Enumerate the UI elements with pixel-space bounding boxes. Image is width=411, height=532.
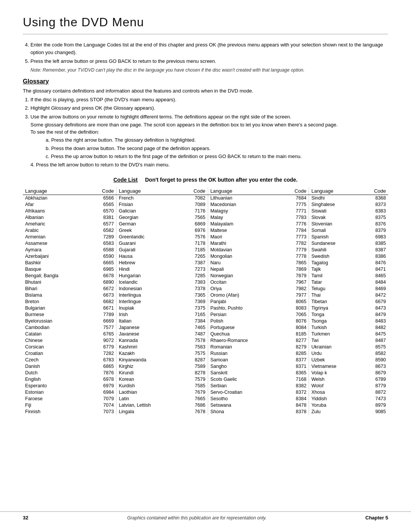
glossary-step4: 4. Press the left arrow button to return… [30,162,388,168]
lang-cell: Sanskrit [208,370,280,376]
lang-cell: Bengali; Bangla [23,273,88,279]
code-cell: 6869 [179,221,208,227]
col-header-lang1: Language [23,187,88,195]
code-cell: 6765 [88,331,116,337]
code-cell: 6577 [88,221,116,227]
code-cell: 8287 [179,357,208,363]
lang-cell: Bulgarian [23,305,88,312]
lang-cell: Malay [208,214,280,221]
lang-cell: Hebrew [116,260,180,266]
footer-page-number: 32 [23,515,28,521]
code-cell: 8382 [280,383,309,389]
glossary-step-2: Highlight Glossary and press OK (the Glo… [30,104,388,112]
lang-cell: Turkmen [309,331,360,337]
table-row: Aymara6588Gujarati7185Moldavian7779Swahi… [23,247,388,253]
code-cell: 7383 [179,279,208,286]
lang-cell: Shona [208,409,280,415]
code-table-wrapper: Language Code Language Code Language Cod… [23,187,388,415]
code-cell: 7583 [179,344,208,350]
footer-chapter: Chapter 5 [365,515,388,521]
code-cell: 6582 [88,227,116,234]
code-cell: 7384 [179,318,208,324]
lang-cell: Arabic [23,227,88,234]
lang-cell: Mongolian [208,253,280,260]
code-cell: 7176 [179,208,208,214]
lang-cell: Latvian, Lettish [116,402,180,409]
code-cell: 7982 [280,286,309,292]
code-cell: 7079 [88,396,116,402]
lang-cell: Servo-Croatian [208,389,280,396]
code-list-note: Don't forget to press the OK button afte… [145,177,298,183]
glossary-step3-see: To see the rest of the definition: [30,129,388,135]
code-cell: 7165 [179,312,208,318]
code-cell: 8381 [88,214,116,221]
lang-cell: Cambodian [23,324,88,331]
title-divider [23,34,388,34]
lang-cell: Kannada [116,337,180,344]
code-cell: 6673 [88,292,116,299]
code-table-body: Abkhazian6566French7082Lithuanian7684Sin… [23,195,388,415]
table-row: Afrikaans6570Galician7176Malagsy7771Sisw… [23,208,388,214]
lang-cell: Yoruba [309,402,360,409]
code-cell: 7879 [280,273,309,279]
code-cell: 8872 [360,389,388,396]
lang-cell: Maori [208,234,280,240]
lang-cell: Siswati [309,208,360,214]
table-row: Azerbaijani6590Hausa7265Mongolian7778Swe… [23,253,388,260]
col-header-code1: Code [88,187,116,195]
table-row: Bislama6673Interlingua7365Oromo (Afan)79… [23,292,388,299]
lang-cell: Assamese [23,240,88,247]
lang-cell: Irish [116,312,180,318]
code-cell: 7784 [280,227,309,234]
code-cell: 6789 [360,376,388,383]
table-row: Burmese7789Irish7165Persian7065Tonga8479 [23,312,388,318]
lang-cell: Oriya [208,286,280,292]
lang-cell: Occitan [208,279,280,286]
code-cell: 7665 [179,396,208,402]
code-cell: 9072 [88,337,116,344]
code-cell: 8779 [360,383,388,389]
code-cell: 8277 [280,337,309,344]
code-cell: 7565 [179,214,208,221]
col-header-lang2: Language [116,187,180,195]
code-cell: 7369 [179,299,208,305]
code-cell: 8673 [360,363,388,370]
instructions-section: Enter the code from the Language Codes l… [23,41,388,73]
code-cell: 7869 [280,266,309,273]
code-cell: 7273 [179,266,208,273]
glossary-sub-step-b: b. Press the down arrow button. The seco… [46,145,388,152]
code-cell: 7579 [179,376,208,383]
table-row: Armenian7289Greenlandic7576Maori7773Span… [23,234,388,240]
lang-cell: Gujarati [116,247,180,253]
code-cell: 6779 [88,344,116,350]
code-cell: 8371 [280,363,309,370]
code-cell: 6783 [88,357,116,363]
code-cell: 7073 [88,409,116,415]
lang-cell: Wolof [309,383,360,389]
code-cell: 7876 [88,370,116,376]
code-cell: 6983 [360,234,388,240]
code-cell: 8368 [360,195,388,201]
glossary-sub-step-a: a. Press the right arrow button. The glo… [46,136,388,144]
lang-cell: Russian [208,350,280,357]
lang-cell: Sundanese [309,240,360,247]
code-cell: 8471 [360,266,388,273]
code-cell: 7375 [179,305,208,312]
table-row: Faroese7079Latin7665Sesotho8384Yiddish74… [23,396,388,402]
code-cell: 8383 [360,208,388,214]
lang-cell: Hindi [116,266,180,273]
code-cell: 7679 [179,389,208,396]
lang-cell: Volap k [309,370,360,376]
glossary-step-3: Use the arrow buttons on your remote to … [30,113,388,121]
code-cell: 7387 [179,260,208,266]
code-cell: 6590 [88,253,116,260]
lang-cell: Greek [116,227,180,234]
lang-cell: Esperanto [23,383,88,389]
glossary-intro: The glossary contains definitions and in… [23,88,388,94]
code-cell: 7779 [280,247,309,253]
lang-cell: Catalan [23,331,88,337]
code-cell: 6984 [88,389,116,396]
code-cell: 8083 [280,305,309,312]
lang-cell: Azerbaijani [23,253,88,260]
code-cell: 6565 [88,201,116,208]
